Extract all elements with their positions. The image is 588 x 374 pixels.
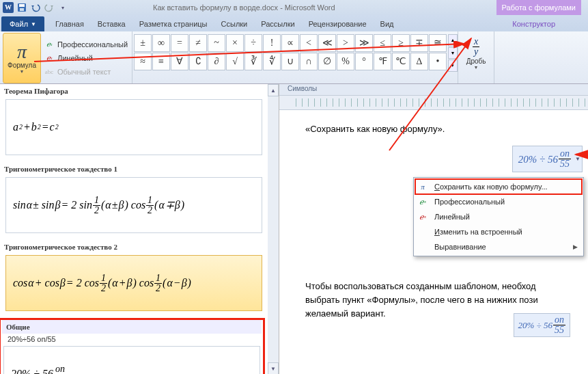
sym[interactable]: × [226, 34, 244, 52]
sym[interactable]: ℃ [392, 53, 410, 70]
equation-context-menu: π Сохранить как новую формулу... ℯx Проф… [413, 177, 584, 256]
opt-professional[interactable]: ℯxПрофессиональный [44, 38, 128, 51]
sym[interactable]: ~ [208, 34, 225, 52]
equation-object-bottom[interactable]: 20% ÷ 56оп55 [514, 313, 570, 337]
menu-alignment[interactable]: Выравнивание ▶ [415, 239, 582, 254]
sym[interactable]: • [429, 53, 447, 70]
svg-rect-2 [20, 8, 24, 11]
pi-small-icon: π [417, 181, 429, 193]
symbol-gallery-spinner[interactable]: ▲ ▼ ▾ [448, 34, 458, 72]
scroll-up-icon[interactable]: ▲ [268, 84, 279, 96]
document-body[interactable]: «Сохранить как новую формулу». 20% ÷ 56о… [279, 110, 588, 338]
sym[interactable]: ∩ [300, 53, 318, 70]
horizontal-ruler[interactable] [279, 96, 588, 110]
sym[interactable]: ∀ [171, 53, 188, 70]
spin-down-icon[interactable]: ▼ [448, 47, 458, 59]
submenu-arrow-icon: ▶ [573, 240, 578, 254]
sym[interactable]: ≠ [189, 34, 207, 52]
sym[interactable]: ≅ [429, 34, 447, 52]
sym[interactable]: ≫ [355, 34, 373, 52]
equation-text: 20% ÷ 56оп55 [11, 364, 66, 375]
save-icon[interactable] [16, 2, 27, 13]
sym[interactable]: ≥ [392, 34, 410, 52]
spin-more-icon[interactable]: ▾ [448, 59, 458, 72]
equation-text: a2 + b2 = c2 [13, 120, 59, 134]
abc-icon: abc [44, 66, 55, 77]
equation-object[interactable]: 20% ÷ 56оп55 ▼ [512, 146, 583, 172]
ribbon-group-tools: π Формула ▼ ℯxПрофессиональный ℯxЛинейны… [0, 31, 132, 83]
gallery-scrollbar[interactable]: ▲ ▼ [268, 84, 279, 374]
sym[interactable]: ∓ [410, 34, 428, 52]
gallery-heading: Тригонометрическое тождество 2 [0, 240, 268, 254]
menu-save-as-new-equation[interactable]: π Сохранить как новую формулу... [415, 179, 582, 194]
menu-professional[interactable]: ℯx Профессиональный [415, 194, 582, 209]
gallery-heading: Теорема Пифагора [0, 84, 268, 98]
svg-rect-1 [19, 4, 25, 7]
ribbon-tabs: Файл▼ Главная Вставка Разметка страницы … [0, 15, 588, 31]
sym[interactable]: ≪ [318, 34, 336, 52]
window-title: Как вставить формулу в ворде.docx - Micr… [153, 3, 335, 12]
menu-linear[interactable]: ℯx Линейный [415, 209, 582, 224]
tab-mailings[interactable]: Рассылки [254, 16, 301, 31]
gallery-item-trig2[interactable]: cos α + cos β = 2 cos12(α + β) cos12(α −… [5, 255, 262, 311]
sym[interactable]: ∛ [244, 53, 262, 70]
sym[interactable]: ≤ [374, 34, 391, 52]
tab-design[interactable]: Конструктор [505, 16, 562, 31]
gallery-heading: Общие [2, 320, 262, 334]
group-label-symbols: Символы [288, 85, 317, 92]
opt-plain-text[interactable]: abcОбычный текст [44, 66, 128, 78]
sym[interactable]: √ [226, 53, 244, 70]
undo-icon[interactable] [30, 2, 41, 13]
sym[interactable]: ∅ [318, 53, 336, 70]
ribbon-group-symbols: ± ∞ = ≠ ~ × ÷ ! ∝ < ≪ > ≫ ≤ ≥ ∓ ≅ [132, 31, 458, 83]
tab-home[interactable]: Главная [48, 16, 91, 31]
sym[interactable]: ÷ [244, 34, 262, 52]
sym[interactable]: ∜ [263, 53, 281, 70]
contextual-tab-header: Работа с формулами [496, 0, 581, 15]
sym[interactable]: ≈ [134, 53, 152, 70]
gallery-heading: Тригонометрическое тождество 1 [0, 162, 268, 176]
menu-change-inline[interactable]: Изменить на встроенный [415, 224, 582, 239]
equation-gallery[interactable]: Теорема Пифагора a2 + b2 = c2 Тригономет… [0, 84, 268, 374]
equation-text: cos α + cos β = 2 cos12(α + β) cos12(α −… [13, 273, 191, 293]
sym[interactable]: ∝ [281, 34, 299, 52]
sym[interactable]: = [171, 34, 188, 52]
equation-options-handle[interactable]: ▼ [575, 152, 580, 166]
tab-references[interactable]: Ссылки [214, 16, 255, 31]
sym[interactable]: > [337, 34, 354, 52]
script-e-lin-icon: ℯx [44, 53, 55, 64]
gallery-item-trig1[interactable]: sin α ± sin β = 2 sin12(α ± β) cos12(α ∓… [5, 177, 262, 233]
sym[interactable]: ° [355, 53, 373, 70]
sym[interactable]: % [337, 53, 354, 70]
sym[interactable]: ∂ [208, 53, 225, 70]
equation-gallery-pane: Теорема Пифагора a2 + b2 = c2 Тригономет… [0, 84, 279, 374]
sym[interactable]: < [300, 34, 318, 52]
word-app-icon: W [3, 2, 14, 13]
redo-icon[interactable] [44, 2, 55, 13]
qat-customize-icon[interactable]: ▾ [57, 2, 68, 13]
sym[interactable]: ∁ [189, 53, 207, 70]
sym[interactable]: ∞ [152, 34, 170, 52]
sym[interactable]: ! [263, 34, 281, 52]
sym[interactable]: ∆ [410, 53, 428, 70]
gallery-item-pythagoras[interactable]: a2 + b2 = c2 [5, 99, 262, 155]
sym[interactable]: ≡ [152, 53, 170, 70]
gallery-item-custom[interactable]: 20% ÷ 56оп55 [3, 346, 260, 374]
opt-linear[interactable]: ℯxЛинейный [44, 52, 128, 64]
tab-layout[interactable]: Разметка страницы [132, 16, 214, 31]
fraction-button[interactable]: xy Дробь▼ [461, 33, 491, 70]
spin-up-icon[interactable]: ▲ [448, 34, 458, 46]
sym[interactable]: ∪ [281, 53, 299, 70]
tab-insert[interactable]: Вставка [91, 16, 132, 31]
ribbon-group-structures: xy Дробь▼ ex Индекс▼ n√x Радикал▼ ∫ [458, 31, 494, 83]
sym[interactable]: ± [134, 34, 152, 52]
equation-text: 20% ÷ 56оп55 [518, 315, 565, 335]
formula-button[interactable]: π Формула ▼ [3, 33, 41, 83]
scroll-down-icon[interactable]: ▼ [268, 362, 279, 374]
tab-view[interactable]: Вид [374, 16, 401, 31]
tab-review[interactable]: Рецензирование [302, 16, 374, 31]
pi-icon: π [17, 42, 27, 62]
fraction-icon: xy [473, 36, 479, 57]
sym[interactable]: ℉ [374, 53, 391, 70]
file-tab[interactable]: Файл▼ [1, 16, 44, 31]
